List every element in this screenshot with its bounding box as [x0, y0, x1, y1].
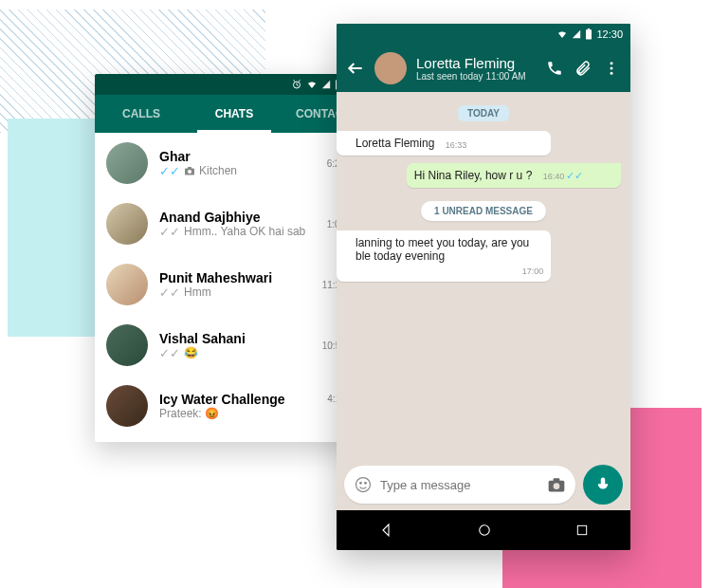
tab-chats-label: CHATS — [215, 107, 253, 120]
attach-icon[interactable] — [574, 60, 592, 77]
back-icon[interactable] — [346, 59, 365, 78]
sent-tick-icon: ✓✓ — [159, 225, 180, 239]
phone-conversation: 12:30 Loretta Fleming Last seen today 11… — [337, 24, 630, 550]
camera-icon[interactable] — [547, 476, 566, 493]
chat-name: Icy Water Challenge — [159, 392, 316, 407]
list-item[interactable]: Icy Water Challenge Prateek: 😡 4:11 AM — [95, 376, 374, 436]
status-time: 12:30 — [596, 28, 623, 40]
wifi-icon — [556, 28, 568, 40]
battery-icon — [585, 28, 592, 40]
sent-tick-icon: ✓✓ — [159, 346, 180, 360]
list-item[interactable]: Anand Gajbhiye ✓✓ Hmm.. Yaha OK hai sab … — [95, 193, 374, 254]
list-item[interactable]: Vishal Sahani ✓✓ 😂 10:53 AM — [95, 315, 374, 376]
input-box — [344, 466, 575, 504]
list-item[interactable]: Punit Maheshwari ✓✓ Hmm 11:24 AM — [95, 254, 374, 315]
avatar — [106, 142, 148, 184]
message-time: 16:33 — [446, 140, 467, 150]
mic-button[interactable] — [583, 465, 623, 505]
wifi-icon — [306, 79, 318, 90]
status-bar: 12:30 — [337, 24, 630, 45]
svg-rect-19 — [577, 525, 586, 534]
svg-rect-17 — [554, 478, 560, 481]
camera-icon — [184, 166, 195, 175]
signal-icon — [321, 80, 331, 89]
read-tick-icon: ✓✓ — [566, 170, 583, 181]
last-seen: Last seen today 11:00 AM — [416, 71, 536, 82]
input-bar — [337, 459, 630, 510]
alarm-icon — [291, 79, 302, 90]
unread-pill: 1 UNREAD MESSAGE — [421, 201, 546, 221]
read-tick-icon: ✓✓ — [159, 164, 180, 178]
chat-name: Anand Gajbhiye — [159, 210, 316, 225]
tab-chats[interactable]: CHATS — [188, 95, 281, 133]
message-text: lanning to meet you today, are you ble t… — [356, 236, 529, 263]
svg-point-13 — [360, 483, 362, 485]
tab-calls[interactable]: CALLS — [95, 95, 188, 133]
nav-bar — [337, 510, 630, 550]
chat-name: Ghar — [159, 149, 316, 164]
chat-preview: ✓✓ Hmm — [159, 285, 311, 300]
tabs-row: CALLS CHATS CONTACTS — [95, 95, 374, 133]
emoji-icon[interactable] — [354, 475, 373, 494]
svg-point-16 — [554, 483, 560, 489]
chat-preview: ✓✓ Kitchen — [159, 164, 316, 178]
preview-text: 😂 — [184, 346, 198, 359]
message-in[interactable]: Loretta Fleming 16:33 — [337, 131, 551, 156]
svg-point-18 — [480, 525, 490, 536]
date-pill: TODAY — [458, 105, 509, 121]
message-text: Hi Nina Riley, how r u ? — [414, 169, 533, 182]
avatar[interactable] — [374, 52, 407, 84]
menu-icon[interactable] — [602, 60, 621, 77]
svg-point-10 — [611, 67, 613, 70]
message-text: Loretta Fleming — [356, 137, 434, 150]
chat-preview: ✓✓ 😂 — [159, 346, 311, 360]
preview-text: Prateek: 😡 — [159, 407, 219, 420]
svg-point-12 — [356, 478, 371, 492]
phone-chatlist: 9:36 CALLS CHATS CONTACTS Ghar ✓✓ Kitche… — [95, 74, 374, 442]
chat-body[interactable]: TODAY Loretta Fleming 16:33 Hi Nina Rile… — [337, 92, 630, 459]
avatar — [106, 264, 148, 305]
message-time: 17:00 — [522, 266, 544, 276]
nav-recent-icon[interactable] — [574, 523, 590, 538]
chat-preview: Prateek: 😡 — [159, 407, 316, 420]
nav-back-icon[interactable] — [377, 522, 394, 539]
chat-header: Loretta Fleming Last seen today 11:00 AM — [337, 45, 630, 92]
message-input[interactable] — [380, 478, 539, 492]
avatar — [106, 324, 148, 366]
svg-rect-8 — [588, 28, 590, 29]
svg-point-9 — [611, 62, 613, 64]
contact-name: Loretta Fleming — [416, 55, 536, 71]
chat-list: Ghar ✓✓ Kitchen 6:23 PM Anand Gajbhiye ✓… — [95, 133, 374, 436]
header-title-block[interactable]: Loretta Fleming Last seen today 11:00 AM — [416, 55, 536, 82]
svg-point-11 — [611, 72, 613, 75]
chat-name: Vishal Sahani — [159, 331, 311, 346]
avatar — [106, 385, 148, 427]
preview-text: Hmm — [184, 285, 211, 299]
message-time: 16:40✓✓ — [543, 172, 584, 181]
svg-rect-5 — [188, 167, 191, 169]
list-item[interactable]: Ghar ✓✓ Kitchen 6:23 PM — [95, 133, 374, 193]
svg-point-4 — [188, 170, 191, 174]
sent-tick-icon: ✓✓ — [159, 285, 180, 300]
chat-preview: ✓✓ Hmm.. Yaha OK hai sab — [159, 225, 316, 239]
preview-text: Kitchen — [199, 164, 237, 177]
chat-name: Punit Maheshwari — [159, 270, 311, 285]
call-icon[interactable] — [545, 60, 564, 77]
nav-home-icon[interactable] — [476, 522, 493, 539]
message-out[interactable]: Hi Nina Riley, how r u ? 16:40✓✓ — [407, 163, 621, 188]
svg-point-14 — [365, 483, 367, 485]
preview-text: Hmm.. Yaha OK hai sab — [184, 225, 305, 238]
avatar — [106, 203, 148, 245]
message-in[interactable]: lanning to meet you today, are you ble t… — [337, 230, 551, 282]
tab-calls-label: CALLS — [122, 107, 160, 120]
status-bar: 9:36 — [95, 74, 374, 95]
signal-icon — [572, 29, 581, 39]
svg-rect-7 — [586, 29, 592, 39]
